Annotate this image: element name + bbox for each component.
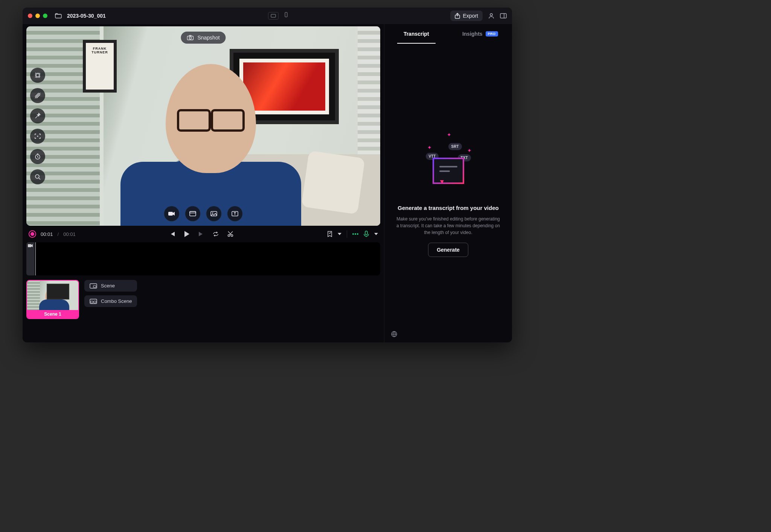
svg-rect-2 <box>285 12 287 17</box>
preview-person-glasses <box>177 109 245 128</box>
window-close-button[interactable] <box>28 14 32 18</box>
folder-icon[interactable] <box>55 13 62 18</box>
svg-rect-28 <box>93 286 96 287</box>
bookmark-button[interactable] <box>327 231 332 237</box>
current-time: 00:01 <box>41 231 53 237</box>
add-combo-scene-label: Combo Scene <box>101 298 132 304</box>
skip-back-button[interactable] <box>169 231 175 237</box>
svg-point-8 <box>189 37 191 39</box>
layout-portrait-button[interactable] <box>285 12 288 20</box>
transcript-illustration: ✦ ✦ ✦ VTT SRT TXT <box>411 129 486 197</box>
skip-forward-button[interactable] <box>198 231 204 237</box>
scene-thumbnail-label: Scene 1 <box>27 310 78 318</box>
window-controls <box>28 14 47 18</box>
preview-bottom-toolbar <box>164 206 242 221</box>
generate-button[interactable]: Generate <box>428 243 468 257</box>
export-label: Export <box>463 13 478 19</box>
window-maximize-button[interactable] <box>43 14 47 18</box>
timer-tool-button[interactable] <box>30 149 45 164</box>
camera-source-button[interactable] <box>164 206 179 221</box>
divider <box>347 230 347 238</box>
preview-left-toolbar <box>30 68 45 184</box>
timeline-track-icon <box>26 242 35 275</box>
transport-bar: 00:01 / 00:01 <box>26 226 380 242</box>
svg-rect-31 <box>94 301 96 303</box>
playhead[interactable] <box>35 242 36 275</box>
globe-icon[interactable] <box>391 331 397 337</box>
add-combo-scene-button[interactable]: Combo Scene <box>84 295 137 307</box>
timeline[interactable] <box>26 242 380 275</box>
crop-tool-button[interactable] <box>30 68 45 83</box>
svg-point-22 <box>352 233 354 235</box>
svg-point-11 <box>37 136 38 137</box>
svg-rect-10 <box>36 74 39 77</box>
bookmark-dropdown-icon[interactable] <box>338 233 341 235</box>
svg-point-21 <box>231 235 233 237</box>
svg-rect-16 <box>190 211 196 213</box>
scene-1-thumbnail[interactable]: Scene 1 <box>26 280 79 319</box>
svg-rect-15 <box>190 211 196 216</box>
tab-transcript[interactable]: Transcript <box>384 24 448 44</box>
titlebar: 2023-05-30_001 Export <box>23 8 512 24</box>
titlebar-center <box>111 12 445 20</box>
svg-rect-25 <box>365 231 367 235</box>
sidebar-toggle-icon[interactable] <box>500 13 507 18</box>
transcript-empty-state: ✦ ✦ ✦ VTT SRT TXT Generate a transcript … <box>384 44 512 342</box>
editor-main: Snapshot <box>23 24 384 342</box>
project-title: 2023-05-30_001 <box>67 13 106 19</box>
mic-dropdown-icon[interactable] <box>374 233 378 235</box>
user-icon[interactable] <box>488 12 495 19</box>
magic-tool-button[interactable] <box>30 108 45 123</box>
sparkle-icon: ✦ <box>467 147 472 154</box>
preview-pillow <box>301 150 365 214</box>
sparkle-icon: ✦ <box>427 144 432 150</box>
scene-row: Scene 1 Scene Combo Scene <box>26 275 380 319</box>
transcript-heading: Generate a transcript from your video <box>398 205 498 211</box>
window-minimize-button[interactable] <box>35 14 40 18</box>
svg-rect-26 <box>28 244 31 247</box>
effects-tool-button[interactable] <box>30 88 45 103</box>
text-source-button[interactable] <box>227 206 242 221</box>
time-separator: / <box>58 231 59 237</box>
preview-wall-frame-left <box>83 40 117 93</box>
svg-point-4 <box>490 14 492 16</box>
layout-landscape-button[interactable] <box>268 12 279 20</box>
side-panel: Transcript Insights PRO ✦ ✦ ✦ VTT SRT TX… <box>384 24 512 342</box>
play-button[interactable] <box>184 231 190 237</box>
focus-tool-button[interactable] <box>30 129 45 144</box>
snapshot-label: Snapshot <box>197 35 219 41</box>
scene-add-buttons: Scene Combo Scene <box>84 280 137 307</box>
svg-rect-0 <box>55 14 61 18</box>
add-scene-button[interactable]: Scene <box>84 280 137 292</box>
cut-button[interactable] <box>227 231 233 237</box>
total-time: 00:01 <box>63 231 76 237</box>
loop-button[interactable] <box>212 231 219 237</box>
side-tabs: Transcript Insights PRO <box>384 24 512 44</box>
app-window: 2023-05-30_001 Export <box>23 8 512 342</box>
svg-point-24 <box>357 233 358 235</box>
svg-rect-1 <box>271 14 276 17</box>
svg-rect-5 <box>500 14 506 18</box>
svg-point-18 <box>212 213 213 214</box>
snapshot-button[interactable]: Snapshot <box>181 32 226 44</box>
svg-rect-14 <box>168 212 173 216</box>
svg-point-23 <box>355 233 356 235</box>
mic-button[interactable] <box>364 231 369 237</box>
zoom-tool-button[interactable] <box>30 169 45 184</box>
titlebar-right: Export <box>450 11 507 21</box>
svg-point-13 <box>35 175 39 178</box>
record-button[interactable] <box>29 230 36 238</box>
sparkle-icon: ✦ <box>447 132 451 138</box>
export-button[interactable]: Export <box>450 11 483 21</box>
video-preview[interactable]: Snapshot <box>26 26 380 226</box>
srt-pill: SRT <box>448 143 462 150</box>
more-options-button[interactable] <box>352 233 358 235</box>
svg-point-20 <box>228 235 230 237</box>
svg-rect-30 <box>91 301 93 303</box>
tab-insights[interactable]: Insights PRO <box>448 24 512 44</box>
scene-thumbnail-image <box>27 281 78 310</box>
transcript-description: Make sure you've finished editing before… <box>396 216 501 236</box>
add-scene-label: Scene <box>101 283 115 289</box>
screen-source-button[interactable] <box>185 206 200 221</box>
image-source-button[interactable] <box>206 206 221 221</box>
